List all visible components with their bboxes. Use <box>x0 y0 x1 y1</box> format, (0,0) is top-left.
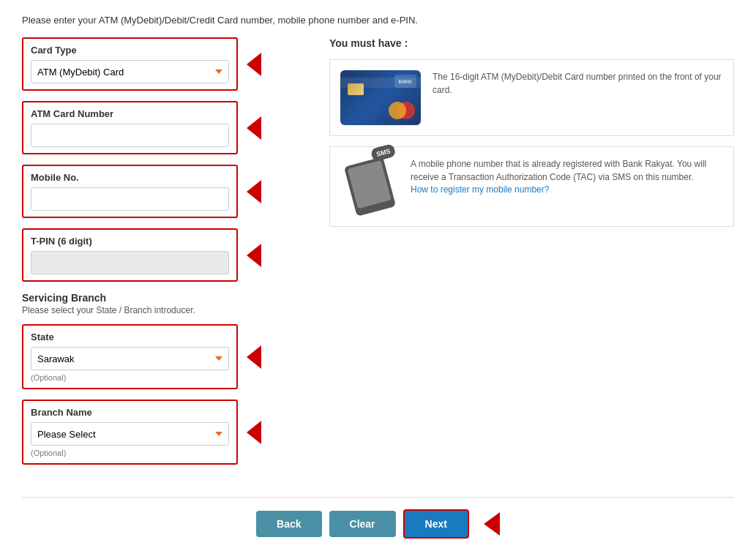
arrow-atm-card <box>247 116 261 140</box>
state-wrapper: State Sarawak (Optional) <box>22 324 238 389</box>
mobile-no-label: Mobile No. <box>31 172 229 183</box>
sms-info-text: A mobile phone number that is already re… <box>411 157 723 184</box>
card-type-wrapper: Card Type ATM (MyDebit) Card <box>22 37 238 91</box>
sms-phone-icon: SMS <box>343 157 395 217</box>
atm-card-number-group: ATM Card Number <box>22 101 300 154</box>
sms-register-link[interactable]: How to register my mobile number? <box>411 184 549 195</box>
servicing-branch-title: Servicing Branch <box>22 292 300 304</box>
clear-button[interactable]: Clear <box>329 511 396 537</box>
state-label: State <box>31 331 229 342</box>
right-panel: You must have : BANK The 16-digit ATM (M… <box>315 37 734 475</box>
branch-name-group: Branch Name Please Select (Optional) <box>22 400 300 465</box>
card-chip <box>348 83 364 95</box>
atm-card-input[interactable] <box>31 124 229 147</box>
main-content: Card Type ATM (MyDebit) Card ATM Card Nu… <box>22 37 734 475</box>
sms-info-wrapper: A mobile phone number that is already re… <box>411 157 723 195</box>
state-select[interactable]: Sarawak <box>31 347 229 370</box>
card-type-select[interactable]: ATM (MyDebit) Card <box>31 60 229 83</box>
arrow-mobile-no <box>247 180 261 203</box>
instruction-text: Please enter your ATM (MyDebit)/Debit/Cr… <box>22 15 734 26</box>
right-panel-title: You must have : <box>329 37 734 49</box>
mobile-no-wrapper: Mobile No. <box>22 165 238 218</box>
mobile-no-group: Mobile No. <box>22 165 300 218</box>
state-optional: (Optional) <box>31 373 229 382</box>
card-logo: BANK <box>394 75 416 88</box>
sms-image: SMS <box>340 157 399 216</box>
page-container: Please enter your ATM (MyDebit)/Debit/Cr… <box>0 0 756 551</box>
mobile-no-input[interactable] <box>31 187 229 211</box>
servicing-branch-section: Servicing Branch Please select your Stat… <box>22 292 300 465</box>
arrow-branch <box>247 421 261 444</box>
left-panel: Card Type ATM (MyDebit) Card ATM Card Nu… <box>22 37 300 475</box>
tpin-input[interactable] <box>31 251 229 274</box>
branch-name-wrapper: Branch Name Please Select (Optional) <box>22 400 238 465</box>
bottom-bar: Back Clear Next <box>22 497 734 539</box>
branch-optional: (Optional) <box>31 449 229 457</box>
card-type-group: Card Type ATM (MyDebit) Card <box>22 37 300 91</box>
card-type-label: Card Type <box>31 45 229 56</box>
tpin-group: T-PIN (6 digit) <box>22 228 300 282</box>
servicing-branch-subtitle: Please select your State / Branch introd… <box>22 305 300 315</box>
card-info-card: BANK The 16-digit ATM (MyDebit)/Debit Ca… <box>329 59 734 136</box>
state-group: State Sarawak (Optional) <box>22 324 300 389</box>
card-info-text: The 16-digit ATM (MyDebit)/Debit Card nu… <box>433 70 723 97</box>
tpin-wrapper: T-PIN (6 digit) <box>22 228 238 282</box>
sms-info-card: SMS A mobile phone number that is alread… <box>329 146 734 227</box>
next-button[interactable]: Next <box>403 509 469 539</box>
atm-card-wrapper: ATM Card Number <box>22 101 238 154</box>
sms-bubble: SMS <box>370 143 396 162</box>
atm-card-label: ATM Card Number <box>31 108 229 119</box>
arrow-card-type <box>247 53 261 76</box>
arrow-next-button <box>484 512 500 536</box>
arrow-tpin <box>247 244 261 267</box>
atm-card-image: BANK <box>340 70 421 125</box>
back-button[interactable]: Back <box>256 511 321 537</box>
arrow-state <box>247 345 261 369</box>
tpin-label: T-PIN (6 digit) <box>31 236 229 247</box>
branch-name-label: Branch Name <box>31 407 229 418</box>
branch-name-select[interactable]: Please Select <box>31 422 229 446</box>
